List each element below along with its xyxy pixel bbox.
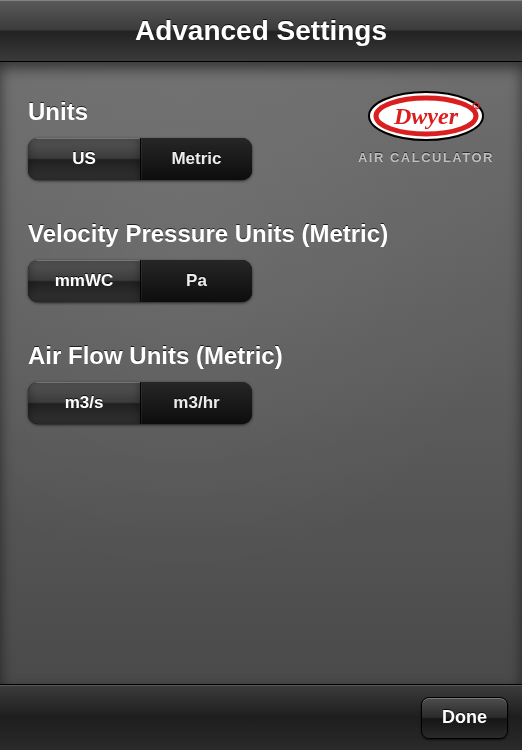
brand-logo-block: Dwyer R AIR CALCULATOR <box>358 88 494 165</box>
air-flow-label: Air Flow Units (Metric) <box>28 342 494 370</box>
section-velocity-pressure: Velocity Pressure Units (Metric) mmWC Pa <box>28 220 494 302</box>
velocity-pressure-option-pa[interactable]: Pa <box>140 260 252 302</box>
units-option-us[interactable]: US <box>28 138 140 180</box>
velocity-pressure-option-mmwc[interactable]: mmWC <box>28 260 140 302</box>
bottom-toolbar: Done <box>0 684 522 750</box>
advanced-settings-screen: Advanced Settings Dwyer R AIR CALCULATOR… <box>0 0 522 750</box>
units-segmented: US Metric <box>28 138 252 180</box>
title-bar: Advanced Settings <box>0 0 522 62</box>
svg-text:Dwyer: Dwyer <box>393 103 459 129</box>
page-title: Advanced Settings <box>135 15 387 47</box>
dwyer-logo-icon: Dwyer R <box>366 88 486 144</box>
air-flow-option-m3s[interactable]: m3/s <box>28 382 140 424</box>
velocity-pressure-segmented: mmWC Pa <box>28 260 252 302</box>
units-option-metric[interactable]: Metric <box>140 138 252 180</box>
air-flow-option-m3hr[interactable]: m3/hr <box>140 382 252 424</box>
velocity-pressure-label: Velocity Pressure Units (Metric) <box>28 220 494 248</box>
done-button[interactable]: Done <box>421 697 508 739</box>
section-air-flow: Air Flow Units (Metric) m3/s m3/hr <box>28 342 494 424</box>
content-area: Dwyer R AIR CALCULATOR Units US Metric V… <box>0 62 522 684</box>
brand-subtitle: AIR CALCULATOR <box>358 150 494 165</box>
air-flow-segmented: m3/s m3/hr <box>28 382 252 424</box>
